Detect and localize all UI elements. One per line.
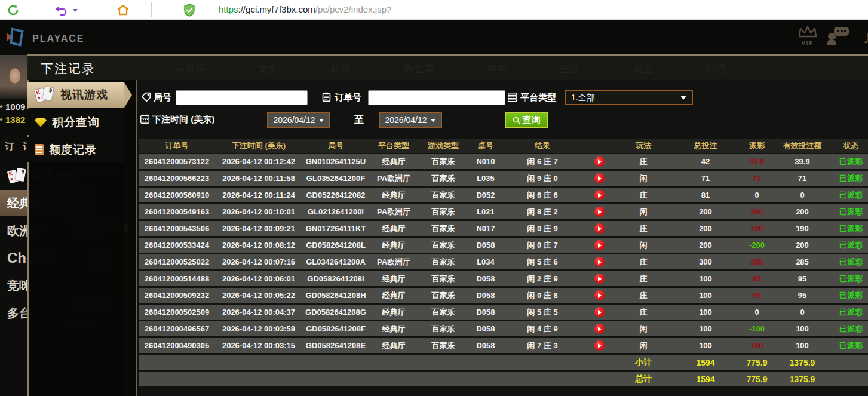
back-menu-caret-icon[interactable] [73,9,78,12]
cell-platform: 经典厅 [369,238,418,253]
faint-tab: 21点 [706,62,727,76]
play-video-button[interactable] [594,240,605,250]
play-video-button[interactable] [594,257,605,267]
cell-valid-bet: 39.9 [773,154,832,169]
play-video-button[interactable] [594,173,605,183]
brand-logo[interactable]: PlayAce [5,25,85,49]
cell-play-type: 庄 [617,288,670,303]
points-icon: ✦ [0,103,4,110]
vip-button[interactable]: VIP [797,26,818,46]
search-icon [513,116,521,125]
cell-result: 闲 0 庄 7 [503,238,582,253]
play-video-button[interactable] [594,340,605,351]
cell-order-number: 260412000549163 [139,204,215,219]
cell-bet-time: 2026-04-12 00:11:58 [215,171,302,186]
cell-play-type: 闲 [617,338,670,353]
cell-game-type: 百家乐 [418,321,468,336]
play-video-button[interactable] [594,190,605,200]
table-header-row: 订单号 下注时间 (美东) 局号 平台类型 游戏类型 桌号 结果 玩法 总投注 … [139,139,868,153]
customer-service-button[interactable] [826,26,850,48]
play-icon [598,293,602,298]
sidebar-item[interactable]: 积分查询 [27,109,124,135]
cell-table-number: L021 [468,204,503,219]
cell-payout: 200 [741,204,773,219]
cell-status: 已派彩 [832,271,868,286]
cell-round-number: GL0352641200F [302,171,369,186]
home-icon[interactable] [116,3,130,17]
play-icon [598,260,602,265]
date-to-picker[interactable]: 2026/04/12 [379,112,442,128]
balance-points: 1009 [5,102,25,112]
date-to-value: 2026/04/12 [385,115,427,125]
reload-icon[interactable] [6,3,20,17]
cell-round-number: GD0582641208H [302,288,369,303]
subtotal-label: 小计 [617,355,670,370]
cell-result: 闲 0 庄 9 [503,221,582,236]
cell-play-type: 闲 [617,204,670,219]
music-icon[interactable]: ♪ [858,26,868,50]
cell-order-number: 260412000514488 [139,271,215,286]
table-row: 260412000502509 2026-04-12 00:04:37 GD05… [139,305,868,320]
cell-play-type: 闲 [617,171,670,186]
play-video-button[interactable] [594,223,605,234]
cell-table-number: N010 [468,154,503,169]
sidebar-item[interactable]: 额度记录 [27,137,124,162]
brand-name: PlayAce [32,29,85,45]
cell-play-type: 庄 [617,221,670,236]
play-video-button[interactable] [594,207,605,217]
play-icon [598,210,602,214]
cell-total-bet: 42 [670,154,741,169]
cell-total-bet: 100 [670,305,741,320]
table-row: 260412000549163 2026-04-12 00:10:01 GL02… [139,204,868,219]
cell-total-bet: 81 [670,188,741,202]
cell-status: 已派彩 [832,188,868,202]
calendar-icon [140,114,150,124]
cell-valid-bet: 100 [773,338,832,353]
sidebar-item[interactable]: K♥9视讯游戏 [27,82,124,108]
cell-platform: PA欧洲厅 [369,204,418,219]
cell-round-number: GD0582641208F [302,321,369,336]
cell-bet-time: 2026-04-12 00:06:01 [215,271,302,286]
cell-payout: 71 [741,171,773,186]
date-from-picker[interactable]: 2026/04/12 [267,112,330,128]
address-bar[interactable]: https://gci.myf7f3bx.com/pc/pcv2/index.j… [219,4,391,14]
faint-tab: 龙虎 [258,62,278,76]
cell-round-number: GD0582641208E [302,338,369,353]
toolbar-divider [151,2,152,17]
cell-table-number: D058 [468,321,503,336]
back-icon[interactable] [54,3,68,17]
platform-type-select[interactable]: 1.全部 [565,90,693,105]
content-panel: 局号 订单号 平台类型 1.全部 下注时间 (美东) 2026/04/12 至 [136,80,868,396]
cell-status: 已派彩 [832,204,868,219]
site-security-shield-icon[interactable] [182,3,197,17]
top-nav: PlayAce VIP ♪ [0,20,868,54]
play-icon [598,159,602,164]
play-icon [598,243,602,248]
play-video-button[interactable] [594,290,605,300]
cell-valid-bet: 190 [773,221,832,236]
play-video-button[interactable] [594,156,605,167]
order-number-input[interactable] [368,90,505,105]
play-video-button[interactable] [594,307,605,317]
col-header: 桌号 [468,139,503,153]
cell-total-bet: 100 [670,288,741,303]
cell-payout: 100 [741,338,773,353]
play-video-button[interactable] [594,324,605,334]
backdrop-fragment: 订 [5,141,14,152]
cell-order-number: 260412000502509 [139,305,215,320]
cell-game-type: 百家乐 [418,254,468,269]
round-number-input[interactable] [176,90,308,105]
cell-bet-time: 2026-04-12 00:12:42 [215,154,302,169]
play-video-button[interactable] [594,274,605,284]
table-row: 260412000496567 2026-04-12 00:03:58 GD05… [139,321,868,336]
platform-type-label: 平台类型 [520,92,556,103]
cell-payout: -200 [741,238,773,253]
cell-status: 已派彩 [832,171,868,186]
col-header: 状态 [832,139,868,153]
cell-play-type: 庄 [617,305,670,320]
cell-order-number: 260412000533424 [139,238,215,253]
cell-result: 闲 5 庄 6 [503,254,582,269]
bet-time-label: 下注时间 (美东) [152,114,214,125]
cell-round-number: GN017264111KT [302,221,369,236]
query-button[interactable]: 查询 [505,112,548,128]
